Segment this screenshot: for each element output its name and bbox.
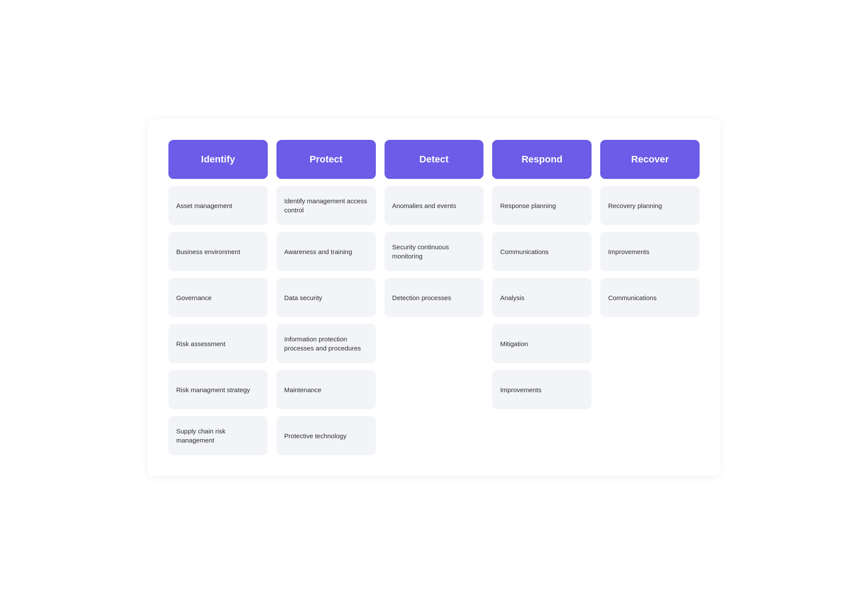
item-respond-3: Mitigation — [492, 324, 592, 363]
item-recover-1: Improvements — [600, 232, 700, 271]
item-identify-1: Business environment — [168, 232, 268, 271]
item-protect-1: Awareness and training — [276, 232, 376, 271]
item-recover-2: Communications — [600, 278, 700, 317]
item-identify-2: Governance — [168, 278, 268, 317]
header-recover: Recover — [600, 140, 700, 179]
main-container: IdentifyAsset managementBusiness environ… — [148, 119, 720, 476]
item-recover-0: Recovery planning — [600, 186, 700, 225]
item-respond-1: Communications — [492, 232, 592, 271]
column-recover: RecoverRecovery planningImprovementsComm… — [600, 140, 700, 455]
column-detect: DetectAnomalies and eventsSecurity conti… — [385, 140, 484, 455]
column-respond: RespondResponse planningCommunicationsAn… — [492, 140, 592, 455]
item-identify-4: Risk managment strategy — [168, 370, 268, 409]
item-detect-2: Detection processes — [385, 278, 484, 317]
column-identify: IdentifyAsset managementBusiness environ… — [168, 140, 268, 455]
item-respond-2: Analysis — [492, 278, 592, 317]
item-protect-2: Data security — [276, 278, 376, 317]
item-detect-0: Anomalies and events — [385, 186, 484, 225]
item-detect-1: Security continuous monitoring — [385, 232, 484, 271]
column-protect: ProtectIdentify management access contro… — [276, 140, 376, 455]
header-protect: Protect — [276, 140, 376, 179]
item-protect-0: Identify management access control — [276, 186, 376, 225]
item-protect-3: Information protection processes and pro… — [276, 324, 376, 363]
item-respond-4: Improvements — [492, 370, 592, 409]
item-protect-5: Protective technology — [276, 416, 376, 455]
header-identify: Identify — [168, 140, 268, 179]
header-detect: Detect — [385, 140, 484, 179]
item-respond-0: Response planning — [492, 186, 592, 225]
item-identify-3: Risk assessment — [168, 324, 268, 363]
header-respond: Respond — [492, 140, 592, 179]
item-protect-4: Maintenance — [276, 370, 376, 409]
item-identify-0: Asset management — [168, 186, 268, 225]
framework-grid: IdentifyAsset managementBusiness environ… — [168, 140, 700, 455]
item-identify-5: Supply chain risk management — [168, 416, 268, 455]
